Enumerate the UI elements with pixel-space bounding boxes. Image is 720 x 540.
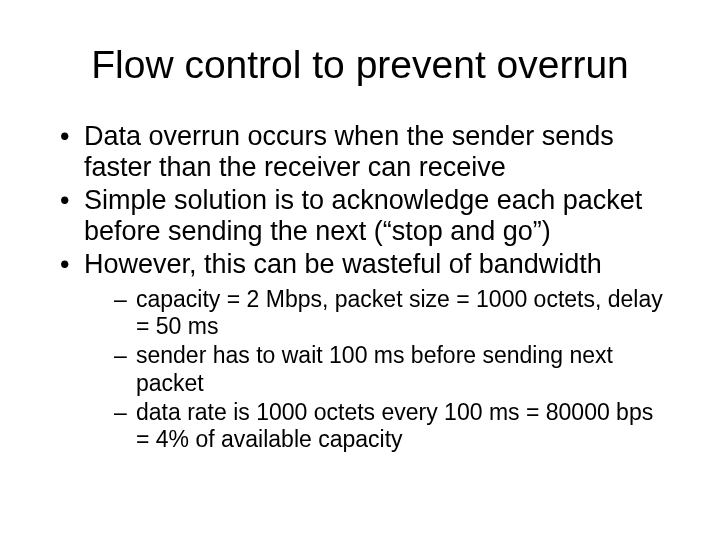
bullet-text: However, this can be wasteful of bandwid… (84, 249, 602, 279)
sub-bullet-text: data rate is 1000 octets every 100 ms = … (136, 399, 653, 452)
list-item: capacity = 2 Mbps, packet size = 1000 oc… (112, 286, 664, 340)
sub-bullet-text: sender has to wait 100 ms before sending… (136, 342, 613, 395)
list-item: data rate is 1000 octets every 100 ms = … (112, 399, 664, 453)
slide: Flow control to prevent overrun Data ove… (0, 0, 720, 540)
list-item: Data overrun occurs when the sender send… (56, 121, 664, 183)
bullet-text: Simple solution is to acknowledge each p… (84, 185, 642, 246)
bullet-list: Data overrun occurs when the sender send… (56, 121, 664, 453)
bullet-text: Data overrun occurs when the sender send… (84, 121, 614, 182)
slide-title: Flow control to prevent overrun (56, 44, 664, 87)
list-item: sender has to wait 100 ms before sending… (112, 342, 664, 396)
list-item: However, this can be wasteful of bandwid… (56, 249, 664, 453)
list-item: Simple solution is to acknowledge each p… (56, 185, 664, 247)
sub-bullet-list: capacity = 2 Mbps, packet size = 1000 oc… (84, 286, 664, 453)
sub-bullet-text: capacity = 2 Mbps, packet size = 1000 oc… (136, 286, 663, 339)
